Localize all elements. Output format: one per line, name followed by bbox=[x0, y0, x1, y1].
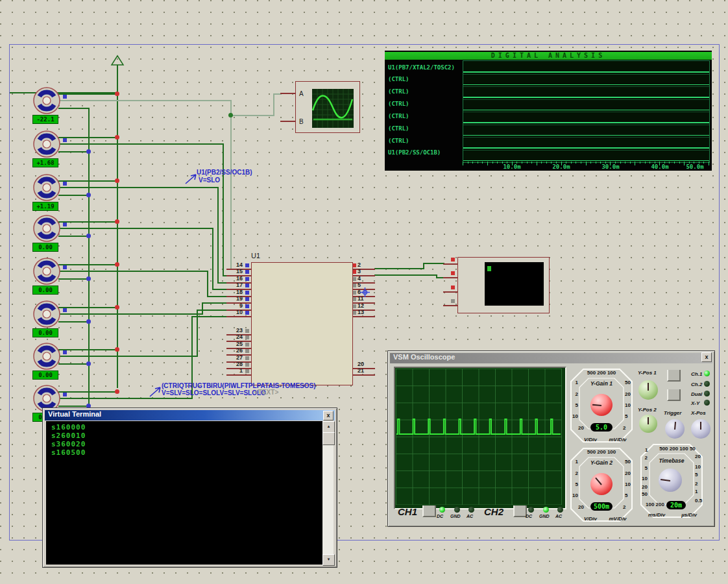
channel-divider bbox=[463, 86, 709, 87]
knob-pointer bbox=[595, 478, 602, 485]
wire bbox=[58, 236, 89, 237]
channel-label: (CTRL) bbox=[388, 125, 409, 132]
pin-number: 25 bbox=[225, 341, 243, 347]
scroll-up-icon[interactable]: ▲ bbox=[322, 421, 335, 433]
scale-left: 5 bbox=[570, 402, 578, 408]
digital-analysis-window[interactable]: DIGITAL ANALYSIS U1(PB7/XTAL2/TOSC2)(CTR… bbox=[385, 51, 712, 171]
wire bbox=[202, 302, 226, 304]
mcu-u1[interactable] bbox=[251, 262, 353, 385]
scale-left: 5 bbox=[570, 481, 578, 487]
control-panel-gain2: 500 200 100Y-Gain 2125105020105202500mV/… bbox=[569, 447, 634, 525]
wire bbox=[117, 65, 118, 388]
unit-right: mV/Div bbox=[603, 437, 633, 443]
mode-ch1-led bbox=[704, 371, 710, 376]
virtual-terminal-window[interactable]: Virtual Terminal x s160000s260010s360020… bbox=[42, 408, 337, 568]
pin-number: 17 bbox=[225, 282, 243, 288]
channel-label: U1(PB2/SS/OC1B) bbox=[388, 149, 441, 156]
probe1-value: V=SLO bbox=[199, 176, 220, 184]
rotary-encoder[interactable] bbox=[32, 214, 61, 243]
close-icon[interactable]: x bbox=[323, 411, 334, 420]
axis-tick bbox=[492, 162, 493, 164]
rotary-encoder[interactable] bbox=[32, 86, 61, 115]
wire bbox=[58, 349, 117, 350]
rotary-encoder[interactable] bbox=[32, 300, 61, 328]
pin-number: 2 bbox=[358, 262, 361, 268]
mode-button-ch[interactable] bbox=[667, 370, 681, 382]
axis-tick bbox=[679, 162, 680, 164]
junction-dot bbox=[115, 178, 119, 183]
pin-state-square bbox=[451, 258, 455, 262]
wire bbox=[58, 93, 117, 95]
junction-dot bbox=[228, 113, 233, 117]
junction-dot bbox=[115, 262, 119, 267]
pin-state-square bbox=[245, 291, 249, 295]
pin-number: 23 bbox=[225, 327, 243, 334]
ch2-coupling-button[interactable] bbox=[513, 505, 527, 517]
ypos1-knob[interactable] bbox=[638, 380, 658, 400]
scale-right: 50 bbox=[625, 380, 631, 385]
rotary-encoder[interactable] bbox=[32, 257, 61, 286]
axis-tick-label: 30.0m bbox=[596, 164, 625, 170]
ch1-gnd-label: GND bbox=[450, 514, 461, 518]
logic-trace bbox=[463, 97, 709, 98]
pin-stub bbox=[280, 93, 295, 94]
scale-corner-left: 20 bbox=[578, 504, 584, 510]
ch1-ac-led bbox=[468, 507, 474, 513]
channel-label: (CTRL) bbox=[388, 101, 409, 107]
wire bbox=[197, 310, 226, 311]
logic-trace bbox=[463, 135, 709, 136]
pin-state-square bbox=[245, 363, 249, 367]
rotary-encoder[interactable] bbox=[32, 130, 61, 158]
oscilloscope-titlebar[interactable]: VSM Oscilloscope bbox=[390, 353, 712, 363]
terminal-line: s360020 bbox=[51, 440, 86, 448]
rotary-encoder[interactable] bbox=[32, 342, 61, 371]
scale-left: 5 bbox=[639, 465, 648, 471]
ch1-dc-label: DC bbox=[437, 514, 443, 518]
close-icon[interactable]: x bbox=[701, 352, 712, 362]
axis-tick bbox=[537, 162, 537, 165]
junction-dot bbox=[86, 149, 91, 154]
scrollbar[interactable]: ▲ ▼ bbox=[322, 421, 334, 565]
probe2-value: V=SLV=SLO=SLOLV=SLV=SLOLO bbox=[162, 389, 266, 397]
scale-right: 10 bbox=[625, 481, 631, 487]
trigger-knob[interactable] bbox=[665, 419, 685, 439]
xpos-knob[interactable] bbox=[691, 419, 710, 439]
mode-button-dual[interactable] bbox=[667, 389, 681, 401]
pin-stub bbox=[352, 316, 375, 317]
pin-state-square bbox=[245, 329, 249, 333]
ypos2-knob[interactable] bbox=[639, 415, 657, 433]
rotary-encoder[interactable] bbox=[32, 173, 61, 202]
pin-number: 12 bbox=[358, 302, 364, 309]
scroll-thumb[interactable] bbox=[322, 432, 335, 445]
terminal-output[interactable]: s160000s260010s360020s160500 bbox=[46, 421, 322, 565]
digital-analysis-title: DIGITAL ANALYSIS bbox=[385, 52, 712, 60]
wire bbox=[58, 363, 89, 365]
terminal-line: s160500 bbox=[51, 448, 86, 457]
oscilloscope-crt bbox=[396, 369, 562, 505]
knob-pointer bbox=[592, 404, 601, 406]
pin-state-square bbox=[245, 369, 249, 373]
pin-state-square bbox=[245, 335, 249, 339]
scale-left: 10 bbox=[639, 476, 648, 481]
axis-tick bbox=[482, 162, 483, 164]
text-placeholder: <TEXT> bbox=[254, 389, 278, 396]
channel-divider bbox=[463, 99, 709, 100]
move-cursor-icon bbox=[360, 287, 370, 297]
logic-trace bbox=[463, 147, 709, 149]
encoder-value-badge: -22.1 bbox=[32, 115, 58, 124]
junction-dot bbox=[115, 347, 119, 352]
axis-tick-label: 20.0m bbox=[547, 164, 576, 170]
ch1-ac-label: AC bbox=[467, 514, 473, 518]
scale-right: 20 bbox=[695, 454, 701, 459]
pin-state-square bbox=[245, 311, 249, 315]
virtual-terminal-titlebar[interactable]: Virtual Terminal bbox=[45, 410, 335, 420]
axis-tick bbox=[640, 162, 640, 164]
scroll-down-icon[interactable]: ▼ bbox=[322, 554, 335, 566]
gain-knob[interactable] bbox=[590, 394, 613, 416]
ch1-coupling-button[interactable] bbox=[422, 505, 436, 517]
mode-ch1-label: Ch.1 bbox=[691, 371, 702, 377]
timebase-knob[interactable] bbox=[659, 468, 682, 492]
oscilloscope-window[interactable]: VSM Oscilloscope x 500 200 100Y-Gain 112… bbox=[387, 350, 715, 527]
power-terminal-icon[interactable] bbox=[110, 55, 126, 67]
gain-knob[interactable] bbox=[590, 473, 613, 495]
